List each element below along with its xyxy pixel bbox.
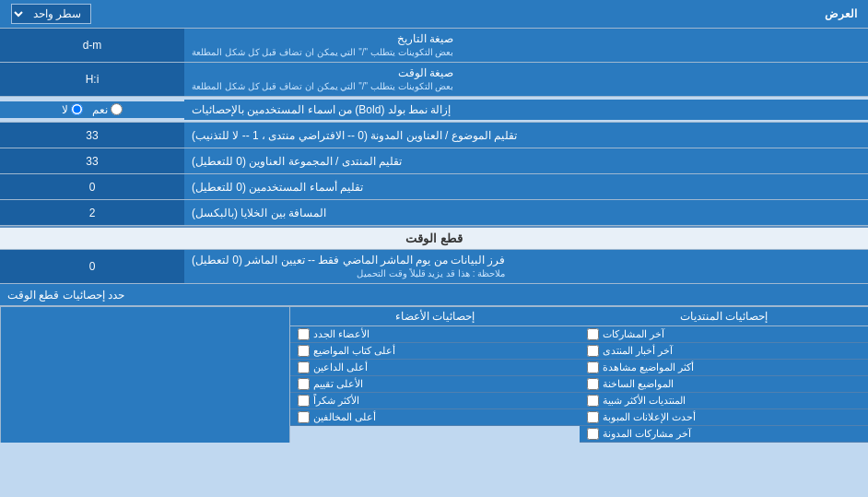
bold-options: نعم لا [0, 101, 184, 118]
trim-users-label: تقليم أسماء المستخدمين (0 للتعطيل) [184, 174, 868, 199]
stat-members-5: أعلى المخالفين [290, 409, 579, 426]
stat-forums-3: المواضيع الساخنة [580, 376, 868, 393]
space-row: المسافة بين الخلايا (بالبكسل) [0, 200, 868, 226]
stat-forums-4: المنتديات الأكثر شبية [580, 393, 868, 409]
stat-members-1-checkbox[interactable] [298, 345, 310, 357]
stat-forums-6: آخر مشاركات المدونة [580, 426, 868, 443]
time-format-row: صيغة الوقت بعض التكوينات يتطلب "/" التي … [0, 63, 868, 97]
time-format-label: صيغة الوقت بعض التكوينات يتطلب "/" التي … [184, 63, 868, 96]
date-format-input[interactable] [7, 39, 177, 52]
display-select[interactable]: سطر واحدسطرينثلاثة أسطر [11, 4, 91, 24]
stats-section: إحصائيات المنتديات آخر المشاركات آخر أخب… [0, 306, 868, 443]
time-format-input[interactable] [7, 73, 177, 86]
cutoff-input-container [0, 250, 184, 283]
cutoff-section-header: قطع الوقت [0, 226, 868, 250]
bold-yes-label[interactable]: نعم [92, 103, 123, 116]
stat-forums-4-checkbox[interactable] [587, 395, 599, 407]
date-format-row: صيغة التاريخ بعض التكوينات يتطلب "/" الت… [0, 29, 868, 63]
stat-forums-5-checkbox[interactable] [587, 411, 599, 423]
stats-limit-row: حدد إحصائيات قطع الوقت [0, 284, 868, 306]
stat-forums-5: أحدث الإعلانات المبوبة [580, 409, 868, 426]
stat-members-0-checkbox[interactable] [298, 328, 310, 340]
members-stats-col: إحصائيات الأعضاء الأعضاء الجدد أعلى كتاب… [289, 307, 579, 443]
trim-users-row: تقليم أسماء المستخدمين (0 للتعطيل) [0, 174, 868, 200]
stat-forums-1: آخر أخبار المنتدى [580, 343, 868, 360]
stat-members-3-checkbox[interactable] [298, 378, 310, 390]
stat-forums-2: أكثر المواضيع مشاهدة [580, 360, 868, 376]
trim-forum-row: تقليم المنتدى / المجموعة العناوين (0 للت… [0, 148, 868, 174]
trim-users-input[interactable] [7, 181, 177, 194]
trim-topics-input[interactable] [7, 129, 177, 142]
stat-members-4: الأكثر شكراً [290, 393, 579, 409]
stat-forums-2-checkbox[interactable] [587, 361, 599, 373]
trim-users-input-container [0, 174, 184, 199]
trim-forum-input-container [0, 148, 184, 173]
stat-forums-0: آخر المشاركات [580, 326, 868, 343]
stat-members-3: الأعلى تقييم [290, 376, 579, 393]
bold-row: إزالة نمط بولد (Bold) من اسماء المستخدمي… [0, 97, 868, 123]
space-input[interactable] [7, 207, 177, 219]
bold-label: إزالة نمط بولد (Bold) من اسماء المستخدمي… [184, 100, 868, 120]
stat-members-5-checkbox[interactable] [298, 411, 310, 423]
cutoff-label: فرز البيانات من يوم الماشر الماضي فقط --… [184, 250, 868, 283]
space-input-container [0, 200, 184, 225]
bold-no-radio[interactable] [71, 103, 83, 115]
stat-members-0: الأعضاء الجدد [290, 326, 579, 343]
forums-stats-col: إحصائيات المنتديات آخر المشاركات آخر أخب… [580, 307, 868, 443]
main-container: العرض سطر واحدسطرينثلاثة أسطر صيغة التار… [0, 0, 868, 443]
third-stats-col: . [0, 307, 289, 443]
stats-limit-label: حدد إحصائيات قطع الوقت [0, 284, 868, 305]
space-label: المسافة بين الخلايا (بالبكسل) [184, 200, 868, 225]
stat-forums-3-checkbox[interactable] [587, 378, 599, 390]
trim-topics-row: تقليم الموضوع / العناوين المدونة (0 -- ا… [0, 123, 868, 148]
display-label: العرض [825, 7, 864, 20]
trim-topics-label: تقليم الموضوع / العناوين المدونة (0 -- ا… [184, 123, 868, 148]
header-row: العرض سطر واحدسطرينثلاثة أسطر [0, 0, 868, 29]
stat-members-2-checkbox[interactable] [298, 361, 310, 373]
stat-members-2: أعلى الداعين [290, 360, 579, 376]
cutoff-row: فرز البيانات من يوم الماشر الماضي فقط --… [0, 250, 868, 284]
stat-forums-6-checkbox[interactable] [587, 428, 599, 440]
stat-forums-0-checkbox[interactable] [587, 328, 599, 340]
bold-yes-radio[interactable] [111, 103, 123, 115]
stat-members-1: أعلى كتاب المواضيع [290, 343, 579, 360]
date-format-input-container [0, 29, 184, 62]
trim-forum-input[interactable] [7, 155, 177, 168]
trim-forum-label: تقليم المنتدى / المجموعة العناوين (0 للت… [184, 148, 868, 173]
stat-members-4-checkbox[interactable] [298, 395, 310, 407]
forums-stats-header: إحصائيات المنتديات [580, 307, 868, 326]
trim-topics-input-container [0, 123, 184, 148]
stat-forums-1-checkbox[interactable] [587, 345, 599, 357]
cutoff-input[interactable] [7, 260, 177, 273]
date-format-label: صيغة التاريخ بعض التكوينات يتطلب "/" الت… [184, 29, 868, 62]
bold-no-label[interactable]: لا [62, 103, 83, 116]
time-format-input-container [0, 63, 184, 96]
members-stats-header: إحصائيات الأعضاء [290, 307, 579, 326]
